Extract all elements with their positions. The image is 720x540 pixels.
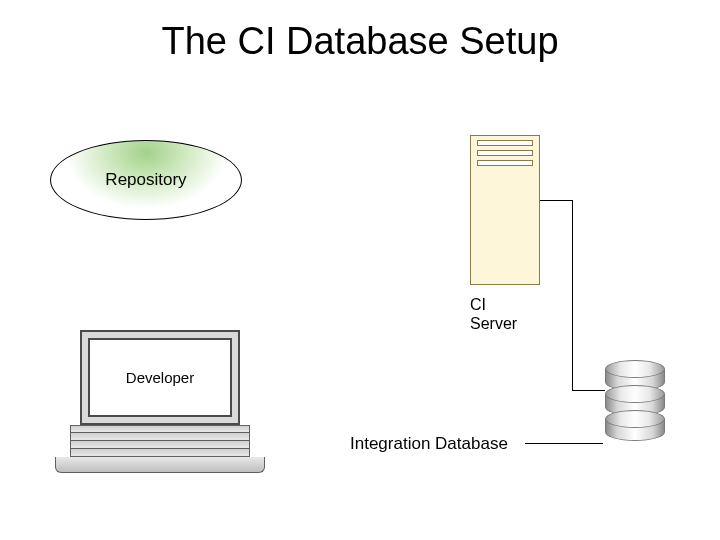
connector-line <box>525 443 603 444</box>
ci-server-icon <box>470 135 540 285</box>
integration-db-label: Integration Database <box>350 434 508 454</box>
developer-label: Developer <box>126 369 194 386</box>
ci-server-label: CI Server <box>470 295 517 333</box>
connector-line <box>572 390 605 391</box>
repository-label: Repository <box>105 170 186 190</box>
connector-line <box>572 200 573 390</box>
repository-node: Repository <box>50 140 242 220</box>
database-icon <box>605 360 665 441</box>
developer-laptop-icon: Developer <box>55 330 265 473</box>
slide-title: The CI Database Setup <box>0 20 720 63</box>
connector-line <box>540 200 572 201</box>
